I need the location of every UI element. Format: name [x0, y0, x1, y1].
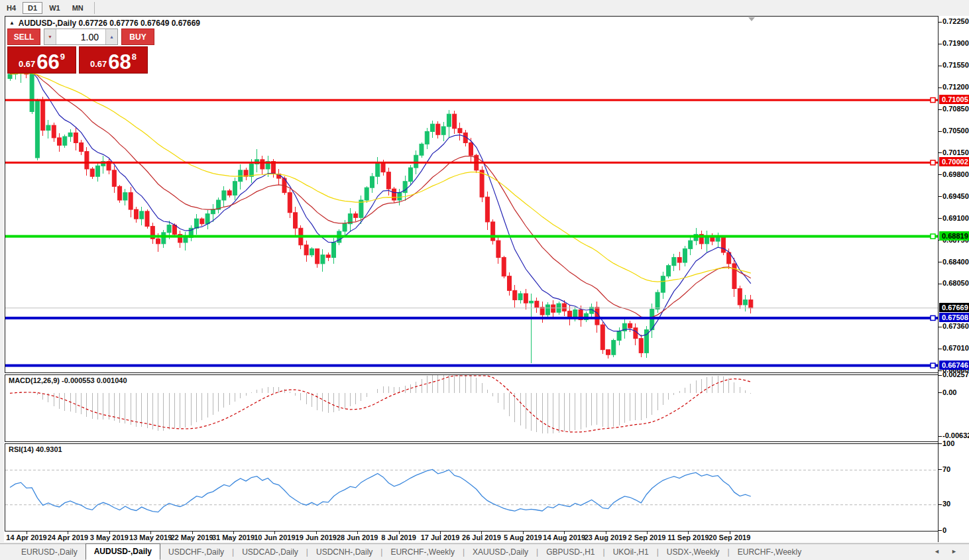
tab-usdx-weekly[interactable]: USDX-,Weekly	[659, 545, 728, 560]
ma-line-fast[interactable]	[10, 70, 751, 336]
tab-eurusd-daily[interactable]: EURUSD-,Daily	[13, 545, 86, 560]
price-label: 0.72250	[942, 17, 969, 25]
chart-shift-marker-icon	[748, 17, 755, 21]
scale-tick	[939, 284, 942, 284]
time-label: 20 Sep 2019	[705, 533, 754, 541]
current-price-badge: 0.67669	[939, 303, 969, 312]
tab-usdcnh-daily[interactable]: USDCNH-,Daily	[308, 545, 380, 560]
scale-tick	[939, 469, 942, 470]
macd-axis-label: 0.002574	[942, 370, 969, 378]
horizontal-line[interactable]	[5, 317, 938, 319]
scale-tick	[939, 87, 942, 88]
time-axis[interactable]: 14 Apr 201924 Apr 20193 May 201913 May 2…	[5, 532, 937, 542]
scale-tick	[939, 152, 942, 153]
level-price-badge: 0.71005	[939, 95, 969, 104]
price-label: 0.71550	[942, 61, 969, 69]
scale-tick	[939, 109, 942, 110]
sell-price-big: 66	[36, 54, 59, 71]
symbol-tab-bar: EURUSD-,DailyAUDUSD-,DailyUSDCHF-,Daily|…	[0, 543, 969, 560]
sell-button[interactable]: SELL	[7, 28, 40, 45]
timeframe-button-d1[interactable]: D1	[23, 2, 42, 14]
tab-eurchf-weekly[interactable]: EURCHF-,Weekly	[730, 545, 809, 560]
ma-line-slow[interactable]	[10, 74, 751, 282]
tab-audusd-daily[interactable]: AUDUSD-,Daily	[86, 543, 160, 560]
price-scale[interactable]: 0.722500.719000.715500.712000.708500.705…	[938, 16, 969, 542]
tab-scroll-left-icon[interactable]: ◄	[934, 548, 940, 555]
buy-price-pip: 8	[132, 52, 137, 62]
timeframe-button-w1[interactable]: W1	[44, 2, 66, 14]
tab-gbpusd-h1[interactable]: GBPUSD-,H1	[538, 545, 602, 560]
scale-tick	[939, 370, 942, 371]
horizontal-line[interactable]	[5, 364, 938, 367]
scale-tick	[939, 436, 942, 437]
buy-button[interactable]: BUY	[121, 28, 154, 45]
scale-tick	[939, 443, 942, 444]
volume-input[interactable]	[56, 29, 106, 44]
line-handle[interactable]	[931, 315, 935, 320]
scale-tick	[939, 196, 942, 197]
level-price-badge: 0.66746	[939, 361, 969, 370]
price-label: 0.69450	[942, 192, 969, 200]
level-price-badge: 0.70002	[939, 157, 969, 166]
sell-price-small: 0.67	[19, 59, 35, 69]
chart-window: ▲ AUDUSD-,Daily 0.67726 0.67776 0.67649 …	[4, 16, 969, 542]
price-label: 0.67360	[942, 322, 969, 330]
timeframe-button-mn[interactable]: MN	[67, 2, 89, 14]
buy-price-tile[interactable]: 0.67 68 8	[79, 46, 148, 74]
rsi-chart[interactable]	[5, 444, 938, 531]
tab-xauusd-daily[interactable]: XAUUSD-,Daily	[465, 545, 536, 560]
chart-title: ▲ AUDUSD-,Daily 0.67726 0.67776 0.67649 …	[9, 19, 200, 28]
scale-tick	[939, 327, 942, 327]
line-handle[interactable]	[931, 98, 935, 103]
line-handle[interactable]	[931, 363, 935, 368]
tab-ukoil-h1[interactable]: UKOil-,H1	[605, 545, 657, 560]
tab-usdcad-daily[interactable]: USDCAD-,Daily	[234, 545, 306, 560]
level-price-badge: 0.68819	[939, 231, 969, 241]
tab-usdchf-daily[interactable]: USDCHF-,Daily	[160, 545, 232, 560]
line-handle[interactable]	[931, 234, 935, 239]
macd-pane[interactable]: MACD(12,26,9) -0.000553 0.001040	[5, 374, 938, 442]
horizontal-line[interactable]	[5, 162, 938, 164]
timeframe-button-h4[interactable]: H4	[1, 2, 21, 14]
timeframe-toolbar: H4D1W1MN	[0, 0, 969, 15]
price-pane[interactable]: ▲ AUDUSD-,Daily 0.67726 0.67776 0.67649 …	[5, 16, 938, 373]
price-label: 0.70500	[942, 127, 969, 135]
rsi-axis-label: 0	[942, 526, 946, 534]
scale-tick	[939, 22, 942, 23]
scale-tick	[939, 174, 942, 175]
scale-tick	[939, 218, 942, 219]
tab-eurchf-weekly[interactable]: EURCHF-,Weekly	[382, 545, 462, 560]
rsi-axis-label: 30	[942, 500, 950, 508]
scale-tick	[939, 262, 942, 262]
price-label: 0.70150	[942, 148, 969, 156]
macd-chart[interactable]	[5, 375, 938, 441]
scale-tick	[939, 44, 942, 44]
triangle-down-icon: ▼	[48, 34, 52, 39]
rsi-pane[interactable]: RSI(14) 40.9301	[5, 443, 938, 532]
buy-price-big: 68	[108, 54, 131, 71]
rsi-label: RSI(14) 40.9301	[9, 445, 62, 453]
sell-price-tile[interactable]: 0.67 66 9	[7, 46, 76, 74]
tab-scroll-right-icon[interactable]: ►	[951, 548, 957, 555]
price-label: 0.67010	[942, 344, 969, 352]
price-label: 0.69800	[942, 170, 969, 178]
toolbar-separator	[94, 2, 95, 14]
price-label: 0.69100	[942, 214, 969, 222]
volume-decrease-button[interactable]: ▼	[44, 29, 56, 44]
rsi-line	[10, 469, 751, 512]
volume-increase-button[interactable]: ▲	[106, 29, 117, 44]
line-handle[interactable]	[931, 160, 935, 165]
volume-stepper: ▼ ▲	[44, 28, 118, 45]
horizontal-line[interactable]	[5, 235, 938, 238]
scale-tick	[939, 530, 942, 531]
one-click-trading-widget: SELL ▼ ▲ BUY 0.67 66 9 0.67	[7, 28, 154, 74]
level-price-badge: 0.67508	[939, 313, 969, 322]
horizontal-line[interactable]	[5, 99, 938, 101]
chart-ohlc-values: 0.67726 0.67776 0.67649 0.67669	[79, 19, 201, 28]
scale-tick	[939, 375, 942, 376]
macd-axis-label: 0.00	[942, 388, 956, 396]
scale-tick	[939, 504, 942, 505]
chart-symbol: AUDUSD-,Daily	[19, 19, 76, 28]
collapse-triangle-icon: ▲	[9, 20, 15, 26]
price-label: 0.68050	[942, 279, 969, 287]
